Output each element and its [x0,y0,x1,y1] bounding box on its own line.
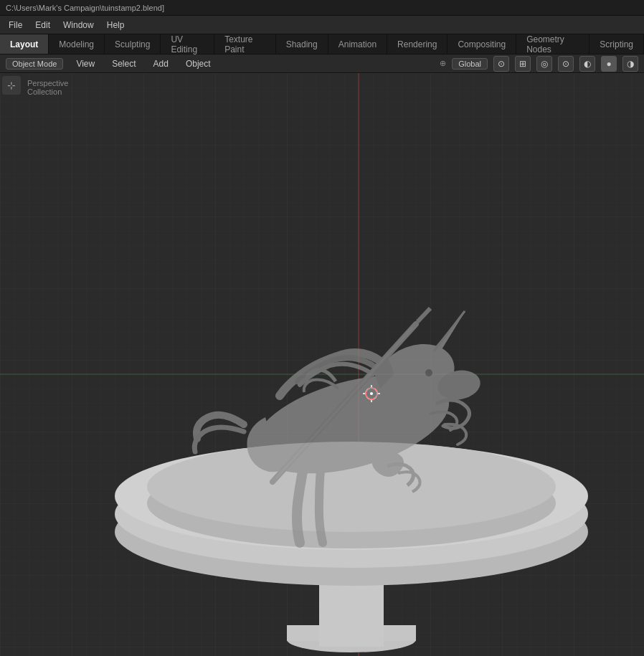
svg-point-18 [425,369,432,376]
menu-window[interactable]: Window [57,19,100,32]
title-bar: C:\Users\Mark's Campaign\tuinstamp2.blen… [0,0,644,16]
toolbar-add[interactable]: Add [149,57,173,70]
title-text: C:\Users\Mark's Campaign\tuinstamp2.blen… [6,4,164,12]
toolbar: Object Mode View Select Add Object ⊕ Glo… [0,54,644,73]
tab-modeling[interactable]: Modeling [49,34,105,54]
grid-background [0,73,644,656]
shading-render-btn[interactable]: ◑ [622,56,638,72]
mode-select[interactable]: Object Mode [6,58,63,70]
tab-rendering[interactable]: Rendering [387,34,448,54]
viewport-info: Perspective Collection [27,79,68,96]
workspace-tabs: Layout Modeling Sculpting UV Editing Tex… [0,34,644,54]
svg-point-20 [370,392,373,395]
left-sidebar: ⊹ [0,73,23,656]
snap-btn[interactable]: ⊞ [515,56,531,72]
tab-sculpting[interactable]: Sculpting [105,34,161,54]
collection-label: Collection [27,87,68,96]
pivot-btn[interactable]: ⊙ [493,56,509,72]
menu-help[interactable]: Help [101,19,131,32]
tab-texture-paint[interactable]: Texture Paint [214,34,276,54]
perspective-label: Perspective [27,79,68,87]
menu-file[interactable]: File [3,19,28,32]
xray-btn[interactable]: ◐ [579,56,595,72]
overlay-btn[interactable]: ⊙ [558,56,574,72]
tab-scripting[interactable]: Scripting [589,34,644,54]
toolbar-object[interactable]: Object [181,57,215,70]
toolbar-view[interactable]: View [72,57,99,70]
tab-layout[interactable]: Layout [0,34,49,54]
toolbar-select[interactable]: Select [108,57,140,70]
transform-icon: ⊕ [440,59,446,68]
menu-edit[interactable]: Edit [29,19,56,32]
toolbar-right: ⊕ Global ⊙ ⊞ ◎ ⊙ ◐ ● ◑ [440,56,638,72]
tab-geometry-nodes[interactable]: Geometry Nodes [516,34,589,54]
viewport[interactable]: Perspective Collection ⊹ [0,73,644,656]
shading-solid-btn[interactable]: ● [601,56,617,72]
tab-shading[interactable]: Shading [276,34,328,54]
transform-select[interactable]: Global [452,58,488,70]
tab-animation[interactable]: Animation [328,34,387,54]
tab-compositing[interactable]: Compositing [448,34,516,54]
menu-bar: File Edit Window Help [0,16,644,34]
proportional-btn[interactable]: ◎ [536,56,552,72]
tool-select[interactable]: ⊹ [2,76,21,95]
tab-uv-editing[interactable]: UV Editing [161,34,214,54]
